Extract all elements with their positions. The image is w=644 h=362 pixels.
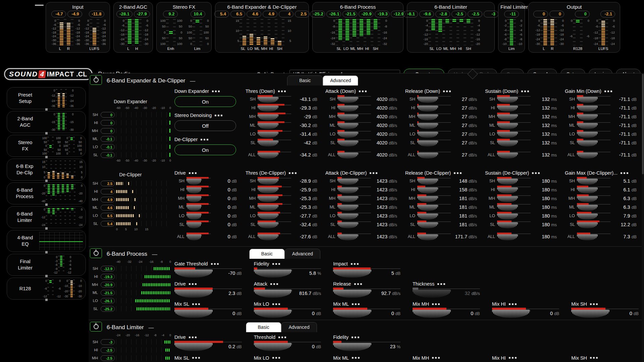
knob-control[interactable]: 32dB/s xyxy=(413,288,482,298)
knob-control[interactable] xyxy=(497,113,531,121)
knob-control[interactable] xyxy=(258,203,291,211)
menu-dots-icon[interactable] xyxy=(189,337,197,338)
knob-control[interactable] xyxy=(577,121,610,129)
knob-control[interactable]: 0dB xyxy=(254,308,323,318)
menu-dots-icon[interactable] xyxy=(189,283,197,285)
menu-dots-icon[interactable] xyxy=(201,139,208,140)
knob-control[interactable] xyxy=(186,203,211,211)
sidebar-item-6-b-exp-de-clip[interactable]: 6-B ExpDe-Clip151050151050 xyxy=(7,159,86,181)
minimize-button[interactable] xyxy=(35,5,44,6)
knob-control[interactable] xyxy=(258,186,291,194)
sidebar-item-preset-setup[interactable]: PresetSetup0-12-24-360-12-24-36 xyxy=(7,87,86,109)
knob-control[interactable]: 0dB xyxy=(254,341,323,351)
sidebar-item-2-band-agc[interactable]: 2-BandAGC0-15-300-15-30 xyxy=(7,111,86,133)
knob-control[interactable] xyxy=(337,233,371,241)
tab-advanced[interactable]: Advanced xyxy=(281,322,317,332)
menu-dots-icon[interactable] xyxy=(352,337,359,338)
knob-control[interactable]: 0dB xyxy=(571,308,641,318)
knob-control[interactable] xyxy=(186,194,211,202)
menu-dots-icon[interactable] xyxy=(212,90,220,92)
knob-control[interactable] xyxy=(258,104,291,112)
knob-control[interactable] xyxy=(258,139,291,147)
menu-dots-icon[interactable] xyxy=(192,357,200,359)
knob-control[interactable] xyxy=(577,233,610,241)
menu-dots-icon[interactable] xyxy=(359,90,367,92)
knob-control[interactable] xyxy=(337,104,371,112)
menu-dots-icon[interactable] xyxy=(272,303,280,305)
sidebar-item-r128[interactable]: R1280-6-120-6-120-10-20-300-10-20-30 xyxy=(7,278,86,300)
knob-control[interactable] xyxy=(417,203,451,211)
tab-basic[interactable]: Basic xyxy=(249,249,285,259)
menu-dots-icon[interactable] xyxy=(590,303,598,305)
knob-control[interactable] xyxy=(258,121,291,129)
knob-control[interactable] xyxy=(337,121,371,129)
menu-dots-icon[interactable] xyxy=(289,172,297,174)
menu-dots-icon[interactable] xyxy=(211,263,219,265)
knob-control[interactable] xyxy=(497,186,531,194)
knob-control[interactable] xyxy=(186,233,211,241)
menu-dots-icon[interactable] xyxy=(604,90,612,92)
toggle-button-down-expander[interactable]: On xyxy=(174,96,236,107)
knob-control[interactable] xyxy=(337,221,371,229)
knob-control[interactable] xyxy=(577,177,610,185)
knob-control[interactable] xyxy=(337,186,371,194)
knob-control[interactable] xyxy=(497,233,531,241)
menu-dots-icon[interactable] xyxy=(432,357,440,359)
menu-dots-icon[interactable] xyxy=(521,90,529,92)
knob-control[interactable] xyxy=(186,221,211,229)
knob-control[interactable] xyxy=(417,104,451,112)
menu-dots-icon[interactable] xyxy=(621,172,628,174)
scrollbar-thumb[interactable] xyxy=(642,74,644,174)
menu-dots-icon[interactable] xyxy=(352,357,360,359)
knob-control[interactable] xyxy=(417,139,451,147)
knob-control[interactable] xyxy=(497,95,531,103)
knob-control[interactable]: 0.2dB xyxy=(174,341,244,351)
knob-control[interactable]: 92.7dB/s xyxy=(333,288,402,298)
power-button[interactable] xyxy=(90,322,102,331)
toggle-button-de-clipper[interactable]: On xyxy=(174,144,236,155)
knob-control[interactable] xyxy=(417,212,451,220)
menu-dots-icon[interactable] xyxy=(432,303,440,305)
knob-control[interactable] xyxy=(417,95,451,103)
knob-control[interactable] xyxy=(258,177,291,185)
knob-control[interactable] xyxy=(337,95,371,103)
knob-control[interactable] xyxy=(337,203,371,211)
knob-control[interactable] xyxy=(497,177,531,185)
knob-control[interactable] xyxy=(577,104,610,112)
knob-control[interactable] xyxy=(258,233,291,241)
knob-control[interactable] xyxy=(577,221,610,229)
knob-control[interactable] xyxy=(258,194,291,202)
menu-dots-icon[interactable] xyxy=(454,172,462,174)
knob-control[interactable] xyxy=(258,113,291,121)
tab-advanced[interactable]: Advanced xyxy=(285,249,320,259)
knob-control[interactable] xyxy=(417,186,451,194)
knob-control[interactable] xyxy=(337,113,371,121)
knob-control[interactable] xyxy=(497,221,531,229)
knob-control[interactable] xyxy=(577,194,610,202)
menu-dots-icon[interactable] xyxy=(215,115,222,116)
menu-dots-icon[interactable] xyxy=(532,172,540,174)
menu-dots-icon[interactable] xyxy=(272,357,280,359)
toggle-button-stereo-denoising[interactable]: Off xyxy=(174,120,236,131)
knob-control[interactable] xyxy=(577,95,610,103)
knob-control[interactable] xyxy=(417,130,451,138)
menu-dots-icon[interactable] xyxy=(443,90,451,92)
knob-control[interactable] xyxy=(258,212,291,220)
sidebar-item-6-band-process[interactable]: 6-BandProcess0-20-400-20-40 xyxy=(7,182,86,204)
knob-control[interactable]: 816.7dB/s xyxy=(254,288,323,298)
knob-control[interactable] xyxy=(258,130,291,138)
menu-dots-icon[interactable] xyxy=(192,303,200,305)
scrollbar[interactable] xyxy=(642,73,644,362)
knob-control[interactable] xyxy=(186,186,211,194)
menu-dots-icon[interactable] xyxy=(509,303,517,305)
knob-control[interactable] xyxy=(497,104,531,112)
knob-control[interactable] xyxy=(417,233,451,241)
menu-dots-icon[interactable] xyxy=(590,357,598,359)
power-button[interactable] xyxy=(90,75,102,85)
menu-dots-icon[interactable] xyxy=(354,283,362,285)
knob-control[interactable] xyxy=(497,194,531,202)
knob-control[interactable] xyxy=(417,221,451,229)
knob-control[interactable] xyxy=(337,212,371,220)
knob-control[interactable] xyxy=(337,194,371,202)
knob-control[interactable] xyxy=(497,121,531,129)
